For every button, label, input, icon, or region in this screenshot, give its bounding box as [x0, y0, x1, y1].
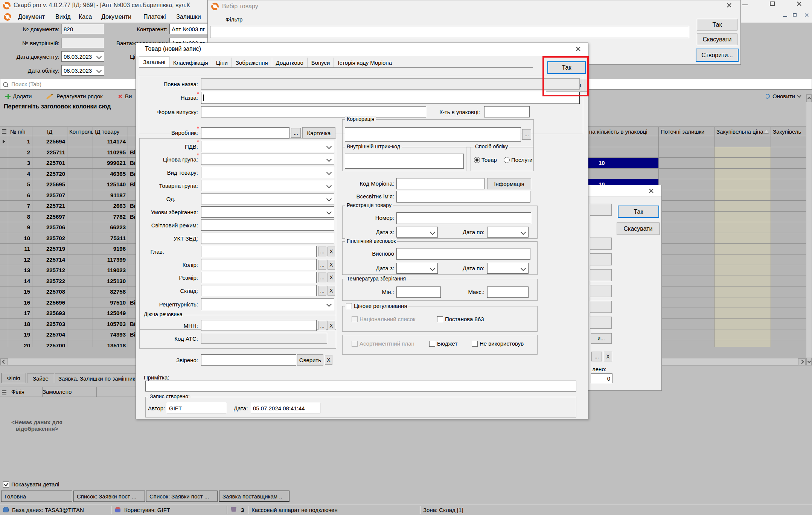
bottom-col-zamovleno[interactable]: Замовлено	[43, 389, 72, 395]
reg-number-field[interactable]	[396, 212, 531, 224]
ukt-field[interactable]	[201, 233, 334, 244]
background-cancel-button[interactable]: Скасувати	[617, 222, 660, 235]
clipped-field[interactable]	[590, 238, 612, 250]
tab-zayavka-zalyshky[interactable]: Заявка. Залишки по замінник	[55, 373, 136, 383]
verify-button[interactable]: Сверить	[297, 354, 323, 366]
table-row[interactable]: 1 225694 114174	[0, 136, 158, 147]
pack-qty-field[interactable]	[484, 106, 530, 117]
group-combo[interactable]	[201, 180, 334, 191]
mdi-minimize-button[interactable]	[783, 16, 787, 17]
scroll-up-button[interactable]	[806, 94, 812, 102]
clipped-field[interactable]	[590, 317, 612, 329]
table-row[interactable]: 5 225695 125140 Ві	[0, 179, 158, 190]
tab-klasyfikatsiya[interactable]: Класифікація	[169, 58, 212, 67]
info-button[interactable]: Інформація	[487, 178, 531, 189]
table-row[interactable]: 8 225697 7782 Ві	[0, 212, 158, 222]
budget-checkbox-row[interactable]: Бюджет	[429, 340, 457, 347]
tab-filia[interactable]: Філія	[1, 373, 26, 383]
not-used-checkbox[interactable]	[472, 341, 478, 347]
add-button[interactable]: Додати	[5, 93, 32, 99]
minimize-button[interactable]	[742, 5, 748, 5]
conclusion-field[interactable]	[396, 248, 530, 260]
menu-item-documents[interactable]: Документи	[101, 14, 131, 20]
storage-combo[interactable]	[201, 206, 334, 218]
menu-item-payments[interactable]: Платежі	[143, 14, 166, 20]
name-field[interactable]	[201, 92, 580, 104]
col-header-purchase-price[interactable]: Закупівельна ціна	[714, 127, 771, 136]
col-header-npp[interactable]: № п/п	[8, 127, 32, 136]
mnn-lookup-button[interactable]: ...	[318, 321, 326, 330]
decree-863-checkbox-row[interactable]: Постанова 863	[437, 316, 484, 322]
size-lookup-button[interactable]: ...	[318, 273, 326, 282]
grid-left-partial-row[interactable]: 20 225700 135118	[0, 340, 158, 347]
vat-combo[interactable]	[201, 141, 334, 152]
size-field[interactable]	[201, 272, 317, 283]
table-row-right[interactable]	[587, 147, 806, 158]
temp-min-field[interactable]	[396, 286, 441, 298]
manufacturer-field[interactable]	[201, 127, 289, 139]
close-button[interactable]	[797, 1, 802, 6]
release-form-field[interactable]	[201, 106, 426, 117]
size-clear-button[interactable]: X	[328, 273, 335, 282]
tab-zahalni[interactable]: Загальні	[139, 56, 169, 67]
atc-field[interactable]	[201, 333, 327, 344]
refresh-button[interactable]: Оновити	[765, 93, 801, 99]
clipped-field[interactable]	[590, 269, 612, 281]
price-group-combo[interactable]	[201, 154, 334, 165]
filter-input[interactable]	[210, 26, 689, 38]
table-row[interactable]: 18 225703 105703 Ві	[0, 319, 158, 330]
table-row[interactable]: 3 225701 999021 Ві	[0, 158, 158, 169]
tab-bonusy[interactable]: Бонуси	[308, 58, 334, 67]
table-row[interactable]: 16 225696 97510 Ві	[0, 297, 158, 308]
tab-tsiny[interactable]: Ціни	[212, 58, 232, 67]
mdi-restore-button[interactable]	[793, 13, 797, 17]
reg-date-from-combo[interactable]	[396, 227, 438, 238]
table-row[interactable]: 2 225711 110295 Ві	[0, 147, 158, 158]
glav-lookup-button[interactable]: ...	[318, 247, 326, 256]
table-row[interactable]: 9 225706 66223	[0, 222, 158, 233]
morion-field[interactable]	[396, 178, 484, 189]
table-row[interactable]: 7 225721 2663 Ві	[0, 201, 158, 212]
reg-date-to-combo[interactable]	[487, 227, 529, 238]
national-list-checkbox[interactable]	[352, 316, 358, 322]
decree-863-checkbox[interactable]	[437, 316, 443, 322]
col-header-stock[interactable]: Поточні залишки	[659, 127, 714, 136]
glav-clear-button[interactable]: X	[328, 247, 335, 256]
menu-item-stock[interactable]: Залишки	[176, 14, 201, 20]
tab-zaive[interactable]: Зайве	[27, 373, 54, 383]
table-row[interactable]: 10 225702 75311	[0, 233, 158, 244]
show-details-checkbox[interactable]	[3, 481, 9, 488]
note-field[interactable]	[145, 381, 576, 392]
scroll-left-button[interactable]	[0, 358, 8, 365]
table-row[interactable]: 4 225720 46365 Ві	[0, 169, 158, 180]
internal-no-field[interactable]	[61, 38, 104, 48]
assortment-plan-checkbox[interactable]	[352, 341, 358, 347]
rx-combo[interactable]	[201, 298, 334, 310]
maximize-button[interactable]	[770, 2, 775, 6]
clipped-field[interactable]	[590, 204, 612, 216]
price-regulation-checkbox[interactable]	[346, 303, 352, 309]
col-header-tid[interactable]: ІД товару	[93, 127, 128, 136]
verified-field[interactable]	[201, 354, 296, 366]
radio-service[interactable]: Послуги	[504, 157, 533, 163]
tab-dodatkovo[interactable]: Додатково	[272, 58, 308, 67]
mnn-clear-button[interactable]: X	[328, 321, 335, 330]
table-row[interactable]: 6 225707 91187	[0, 190, 158, 201]
verify-clear-button[interactable]: X	[325, 355, 332, 365]
ellipsis-button[interactable]: ...	[591, 352, 602, 361]
glav-field[interactable]	[201, 246, 317, 257]
full-name-field[interactable]	[201, 78, 580, 90]
table-row[interactable]: 15 225708 82758	[0, 286, 158, 297]
warehouse-field[interactable]	[201, 285, 317, 296]
table-row-right[interactable]: 10	[587, 158, 806, 169]
select-create-button[interactable]: Створити...	[696, 49, 739, 62]
corporation-lookup-button[interactable]: ...	[522, 129, 531, 140]
col-header-purchase[interactable]: Закупівель	[771, 127, 806, 136]
close-icon[interactable]	[649, 188, 654, 194]
table-row[interactable]: 19 225704 74393 Ві	[0, 329, 158, 340]
menu-item-cash[interactable]: Каса	[79, 14, 92, 20]
doc-date-combo[interactable]: 08.03.2023	[61, 51, 104, 62]
grid-menu-icon[interactable]	[2, 390, 6, 396]
color-field[interactable]	[201, 259, 317, 270]
window-tab-zayavka-postachalnykam[interactable]: Заявка поставщикам ..	[219, 491, 289, 502]
